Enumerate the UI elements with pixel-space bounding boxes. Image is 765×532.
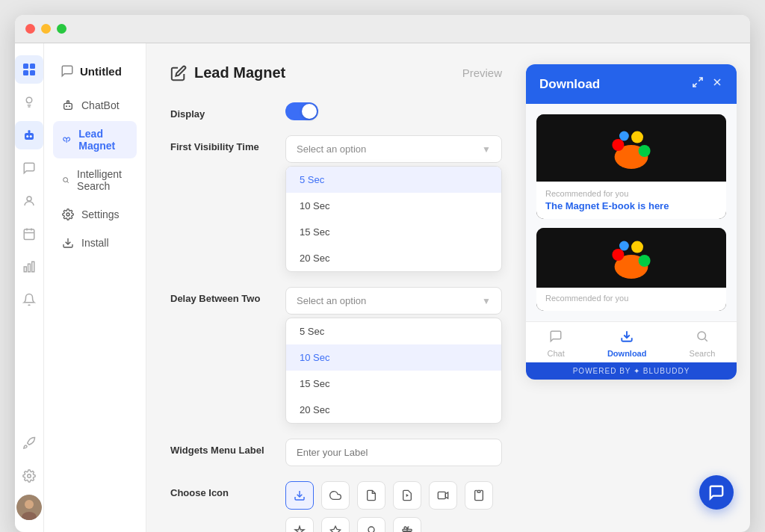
preview-expand-button[interactable]: [692, 76, 704, 92]
icon-clipboard[interactable]: [465, 481, 493, 510]
maximize-button[interactable]: [57, 24, 66, 34]
title-bar: [15, 15, 750, 43]
preview-tab-chat[interactable]: Chat: [548, 330, 565, 358]
powered-by-text: POWERED BY ✦ BLUBUDDY: [573, 367, 690, 375]
nav-icon-rocket[interactable]: [15, 429, 43, 457]
display-toggle[interactable]: [285, 102, 318, 120]
preview-card-info-1: Recommended for you The Magnet E-book is…: [536, 182, 726, 219]
nav-icon-chart[interactable]: [15, 253, 43, 281]
icon-nav-top: [15, 55, 43, 424]
svg-rect-8: [28, 130, 31, 133]
delay-opt-20sec[interactable]: 20 Sec: [286, 397, 501, 423]
svg-point-15: [28, 474, 31, 478]
search-icon: [62, 174, 69, 186]
sidebar-item-intelligent-search[interactable]: Intelligent Search: [53, 161, 137, 199]
preview-card-link-1[interactable]: The Magnet E-book is here: [545, 200, 717, 211]
preview-header: Download: [526, 64, 737, 104]
search-tab-icon: [696, 330, 709, 347]
svg-rect-3: [30, 70, 35, 75]
nav-icon-calendar[interactable]: [15, 220, 43, 248]
preview-fab[interactable]: [699, 475, 734, 510]
lead-magnet-icon: [62, 134, 71, 146]
nav-icon-bulb[interactable]: [15, 88, 43, 117]
widget-label-input[interactable]: [285, 439, 502, 466]
first-vis-opt-5sec[interactable]: 5 Sec: [286, 167, 501, 193]
sidebar-item-chatbot[interactable]: ChatBot: [53, 93, 137, 118]
toggle-knob: [302, 104, 317, 119]
first-visibility-dropdown-btn[interactable]: Select an option ▼: [285, 135, 502, 163]
svg-point-46: [639, 255, 651, 267]
search-tab-label: Search: [690, 349, 716, 358]
chatbot-icon: [62, 99, 74, 111]
svg-point-40: [631, 132, 643, 143]
download-tab-label: Download: [607, 349, 647, 358]
powered-by-bar: POWERED BY ✦ BLUBUDDY: [526, 362, 737, 380]
chat-tab-label: Chat: [548, 349, 565, 358]
svg-rect-19: [64, 103, 72, 109]
sidebar-item-settings[interactable]: Settings: [53, 202, 137, 227]
delay-between-row: Delay Between Two Select an option ▼ 5 S…: [170, 287, 502, 424]
svg-point-10: [27, 197, 31, 201]
nav-icon-bot[interactable]: [15, 121, 43, 149]
first-vis-opt-10sec[interactable]: 10 Sec: [286, 193, 501, 219]
install-label: Install: [81, 237, 109, 249]
icon-nav: [15, 43, 44, 532]
nav-icon-bell[interactable]: [15, 285, 43, 314]
icon-sparkle[interactable]: [285, 517, 314, 532]
delay-opt-10sec[interactable]: 10 Sec: [286, 344, 501, 371]
svg-point-24: [66, 213, 69, 216]
nav-icon-settings[interactable]: [15, 462, 43, 490]
icon-star[interactable]: [321, 517, 350, 532]
preview-tab-search[interactable]: Search: [690, 330, 716, 358]
close-button[interactable]: [25, 24, 35, 34]
svg-point-17: [25, 500, 34, 509]
nav-icon-person[interactable]: [15, 187, 43, 215]
first-visibility-control: Select an option ▼ 5 Sec 10 Sec 15 Sec 2…: [285, 135, 502, 272]
svg-rect-28: [438, 492, 445, 498]
icon-gift[interactable]: [393, 517, 421, 532]
icon-download[interactable]: [285, 481, 314, 510]
svg-rect-12: [24, 267, 26, 272]
widget-label-control: [285, 439, 502, 466]
delay-opt-5sec[interactable]: 5 Sec: [286, 318, 501, 344]
nav-icon-chat[interactable]: [15, 154, 43, 182]
svg-point-44: [612, 249, 624, 261]
icon-play[interactable]: [393, 481, 421, 510]
icon-nav-bottom: [15, 429, 43, 520]
icon-cloud[interactable]: [321, 481, 350, 510]
delay-between-label: Delay Between Two: [170, 287, 267, 304]
svg-rect-11: [24, 229, 34, 240]
minimize-button[interactable]: [41, 24, 51, 34]
sidebar-item-install[interactable]: Install: [53, 230, 137, 256]
svg-point-20: [66, 105, 67, 107]
svg-point-39: [612, 139, 624, 151]
sidebar-item-lead-magnet[interactable]: Lead Magnet: [53, 121, 137, 158]
preview-panel: Download: [526, 64, 737, 380]
preview-card-rec-2: Recommended for you: [545, 294, 717, 303]
preview-close-button[interactable]: [711, 76, 723, 92]
preview-header-actions: [692, 76, 723, 92]
widget-menu-label: Widgets Menu Label: [170, 439, 267, 456]
icon-video[interactable]: [429, 481, 457, 510]
icon-lightbulb[interactable]: [357, 517, 385, 532]
user-avatar[interactable]: [16, 495, 42, 520]
first-vis-opt-15sec[interactable]: 15 Sec: [286, 219, 501, 245]
delay-opt-15sec[interactable]: 15 Sec: [286, 371, 501, 397]
settings-icon: [62, 208, 74, 220]
download-tab-icon: [620, 330, 634, 347]
choose-icon-label: Choose Icon: [170, 481, 267, 498]
delay-between-dropdown: 5 Sec 10 Sec 15 Sec 20 Sec: [285, 318, 502, 424]
delay-between-dropdown-btn[interactable]: Select an option ▼: [285, 287, 502, 315]
page-title-icon: [170, 65, 187, 81]
first-visibility-label: First Visibility Time: [170, 135, 267, 152]
preview-tab-download[interactable]: Download: [607, 330, 647, 358]
first-vis-opt-20sec[interactable]: 20 Sec: [286, 245, 501, 271]
nav-icon-grid[interactable]: [15, 55, 43, 84]
svg-point-49: [698, 332, 706, 340]
display-toggle-control: [285, 102, 502, 120]
icon-file[interactable]: [357, 481, 385, 510]
svg-marker-27: [406, 494, 409, 497]
sidebar-project-title[interactable]: Untitled: [53, 58, 137, 90]
preview-section: Download: [526, 43, 750, 532]
settings-area: Lead Magnet Preview Display First Visibi: [146, 43, 526, 532]
